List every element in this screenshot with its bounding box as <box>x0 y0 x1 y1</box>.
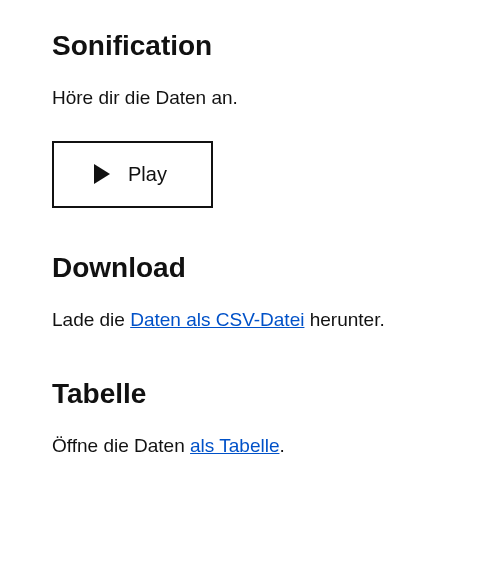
table-section: Tabelle Öffne die Daten als Tabelle. <box>52 378 450 461</box>
table-text-before: Öffne die Daten <box>52 435 190 456</box>
table-text: Öffne die Daten als Tabelle. <box>52 432 450 461</box>
sonification-heading: Sonification <box>52 30 450 62</box>
download-text: Lade die Daten als CSV-Datei herunter. <box>52 306 450 335</box>
table-heading: Tabelle <box>52 378 450 410</box>
play-button[interactable]: Play <box>52 141 213 208</box>
download-text-after: herunter. <box>304 309 384 330</box>
download-text-before: Lade die <box>52 309 130 330</box>
table-link[interactable]: als Tabelle <box>190 435 279 456</box>
sonification-description: Höre dir die Daten an. <box>52 84 450 113</box>
play-button-label: Play <box>128 163 167 186</box>
download-section: Download Lade die Daten als CSV-Datei he… <box>52 252 450 335</box>
download-heading: Download <box>52 252 450 284</box>
sonification-section: Sonification Höre dir die Daten an. Play <box>52 30 450 208</box>
play-icon <box>94 164 110 184</box>
download-csv-link[interactable]: Daten als CSV-Datei <box>130 309 304 330</box>
table-text-after: . <box>279 435 284 456</box>
